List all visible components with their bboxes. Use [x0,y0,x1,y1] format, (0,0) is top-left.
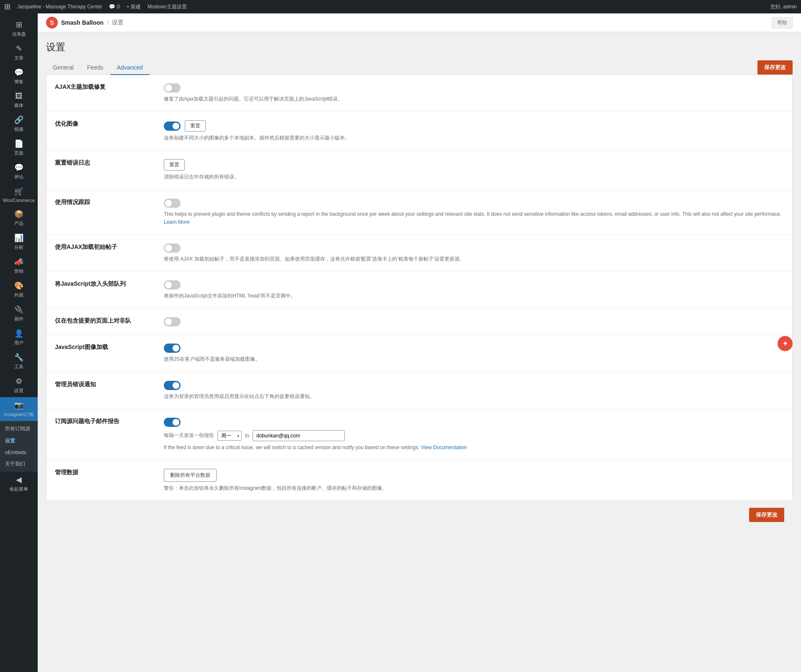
ajax-theme-label: AJAX主题加载修复 [55,83,155,91]
settings-icon: ⚙ [16,377,22,386]
save-changes-button-bottom[interactable]: 保存更改 [749,508,784,522]
sidebar-item-label: 分析 [14,244,23,251]
sidebar-instagram-label: Instagram订阅 [4,411,34,418]
delete-all-data-btn[interactable]: 删除所有平台数据 [164,469,217,482]
theme-settings-btn[interactable]: Modown主题设置 [147,3,186,10]
page-header: S Smash Balloon / 设置 帮助 [38,13,801,32]
analytics-icon: 📊 [14,233,23,243]
ajax-load-label: 使用AJAX加载初始帖子 [55,243,155,251]
sidebar-item-woocommerce[interactable]: 🛒 WooCommerce [0,184,38,206]
header-subtitle: 设置 [112,19,124,26]
sidebar-item-links[interactable]: 🔗 链接 [0,112,38,136]
setting-row-admin-error: 管理员错误通知 这将为登录的管理员禁用或启用显示在站点右下角的提要错误通知。 [47,372,792,409]
report-email-input[interactable] [253,430,345,441]
usage-tracking-toggle[interactable] [164,199,181,208]
sidebar-collapse-btn[interactable]: ◀ 收起菜单 [0,472,38,496]
view-documentation-link[interactable]: View Documentation [421,445,467,450]
optimize-images-reset-btn[interactable]: 重置 [185,120,206,132]
site-name[interactable]: Jacqueline - Massage Therapy Center [17,4,102,10]
js-header-toggle[interactable] [164,280,181,289]
submenu-settings[interactable]: 设置 [0,435,38,447]
js-image-label: JavaScript图像加载 [55,344,155,351]
pages-icon: 📄 [14,139,23,148]
page-header-left: S Smash Balloon / 设置 [46,17,124,28]
setting-row-manage-data: 管理数据 删除所有平台数据 警告：单击此按钮将永久删除所有Instagram数据… [47,460,792,501]
optimize-images-label: 优化图像 [55,120,155,128]
sidebar-item-analytics[interactable]: 📊 分析 [0,230,38,254]
sidebar-item-appearance[interactable]: 🎨 外观 [0,278,38,302]
setting-control-col: 每隔一天发送一份报告 周一 周二 周三 周四 周五 周六 周日 [164,418,784,452]
feed-report-desc: If the feed is down due to a critical is… [164,444,784,452]
report-prefix: 每隔一天发送一份报告 [164,432,214,439]
setting-row-js-image: JavaScript图像加载 使用JS在客户端而不是服务器端加载图像。 [47,335,792,372]
setting-label-col: 使用AJAX加载初始帖子 [55,243,155,251]
submenu-all-feeds[interactable]: 所有订阅源 [0,423,38,435]
collapse-label: 收起菜单 [10,486,28,492]
ajax-theme-toggle[interactable] [164,83,181,93]
feed-report-toggle[interactable] [164,418,181,427]
admin-error-desc: 这将为登录的管理员禁用或启用显示在站点右下角的提要错误通知。 [164,393,784,401]
setting-row-feed-report: 订阅源问题电子邮件报告 每隔一天发送一份报告 周一 周 [47,409,792,460]
reset-error-log-desc: 清除错误日志中存储的所有错误。 [164,173,784,181]
reset-error-log-btn[interactable]: 重置 [164,159,185,171]
dashboard-icon: ⊞ [16,20,22,29]
sidebar-item-posts[interactable]: ✎ 文章 [0,41,38,65]
ajax-load-toggle[interactable] [164,243,181,253]
help-button[interactable]: 帮助 [772,17,793,28]
js-header-desc: 将插件的JavaScript文件添加到HTML 'head'而不是页脚中。 [164,292,784,300]
submenu-about[interactable]: 关于我们 [0,458,38,470]
setting-control-col: 将插件的JavaScript文件添加到HTML 'head'而不是页脚中。 [164,280,784,300]
report-day-wrapper: 周一 周二 周三 周四 周五 周六 周日 [217,431,242,441]
appearance-icon: 🎨 [14,281,23,290]
sidebar-item-dashboard[interactable]: ⊞ 仪表盘 [0,17,38,41]
ajax-theme-desc: 修复了由Ajax加载主题引起的问题。它还可以用于解决页面上的JavaScript… [164,95,784,103]
learn-more-link[interactable]: Learn More [164,219,189,225]
comments-icon[interactable]: 💬 0 [109,4,120,10]
js-header-label: 将JavaScript放入头部队列 [55,280,155,288]
admin-bar: ⊞ Jacqueline - Massage Therapy Center 💬 … [0,0,801,13]
sidebar-item-blog[interactable]: 💬 博客 [0,65,38,88]
admin-error-slider [164,381,181,390]
ajax-theme-slider [164,83,181,93]
setting-label-col: JavaScript图像加载 [55,344,155,351]
report-to-label: to [245,433,249,439]
sidebar-item-products[interactable]: 📦 产品 [0,206,38,230]
sidebar-item-label: 文章 [14,55,23,61]
sidebar-item-label: 链接 [14,126,23,132]
bottom-bar: 保存更改 [46,501,793,529]
reset-error-log-label: 重置错误日志 [55,159,155,167]
tab-feeds[interactable]: Feeds [80,61,110,75]
tab-general[interactable]: General [46,61,80,75]
new-content-btn[interactable]: + 新建 [127,3,141,10]
sidebar-item-media[interactable]: 🖼 媒体 [0,88,38,112]
sidebar-item-tools[interactable]: 🔧 工具 [0,349,38,373]
js-queue-toggle[interactable] [164,317,181,326]
js-image-toggle[interactable] [164,344,181,353]
optimize-images-toggle[interactable] [164,121,181,131]
submenu-oembeds[interactable]: oEmbeds [0,447,38,458]
setting-row-optimize-images: 优化图像 重置 这将创建不同大小的图像的多个本地副本。插件然后根据需要的大小显示… [47,112,792,151]
report-day-select[interactable]: 周一 周二 周三 周四 周五 周六 周日 [217,431,242,441]
sidebar-item-comments[interactable]: 💬 评论 [0,160,38,184]
setting-label-col: 使用情况跟踪 [55,199,155,206]
admin-sidebar: ⊞ 仪表盘 ✎ 文章 💬 博客 🖼 媒体 🔗 链接 📄 页面 💬 评论 🛒 [0,13,38,672]
sidebar-item-plugins[interactable]: 🔌 插件 [0,302,38,326]
feed-report-label: 订阅源问题电子邮件报告 [55,418,155,425]
feed-report-slider [164,418,181,427]
save-changes-button-top[interactable]: 保存更改 [757,60,793,75]
sidebar-item-instagram[interactable]: 📷 Instagram订阅 [0,397,38,421]
instagram-submenu: 所有订阅源 设置 oEmbeds 关于我们 [0,421,38,472]
sidebar-item-users[interactable]: 👤 用户 [0,326,38,349]
floating-action-btn[interactable]: ✦ [778,336,793,351]
products-icon: 📦 [14,209,23,219]
settings-container: AJAX主题加载修复 修复了由Ajax加载主题引起的问题。它还可以用于解决页面上… [46,75,793,501]
sidebar-item-settings[interactable]: ⚙ 设置 [0,373,38,397]
setting-label-col: AJAX主题加载修复 [55,83,155,91]
tab-advanced[interactable]: Advanced [110,61,150,75]
tools-icon: 🔧 [14,353,23,362]
usage-tracking-slider [164,199,181,208]
sidebar-item-pages[interactable]: 📄 页面 [0,136,38,160]
setting-control-col: 这将为登录的管理员禁用或启用显示在站点右下角的提要错误通知。 [164,381,784,401]
sidebar-item-marketing[interactable]: 📣 营销 [0,254,38,278]
admin-error-toggle[interactable] [164,381,181,390]
